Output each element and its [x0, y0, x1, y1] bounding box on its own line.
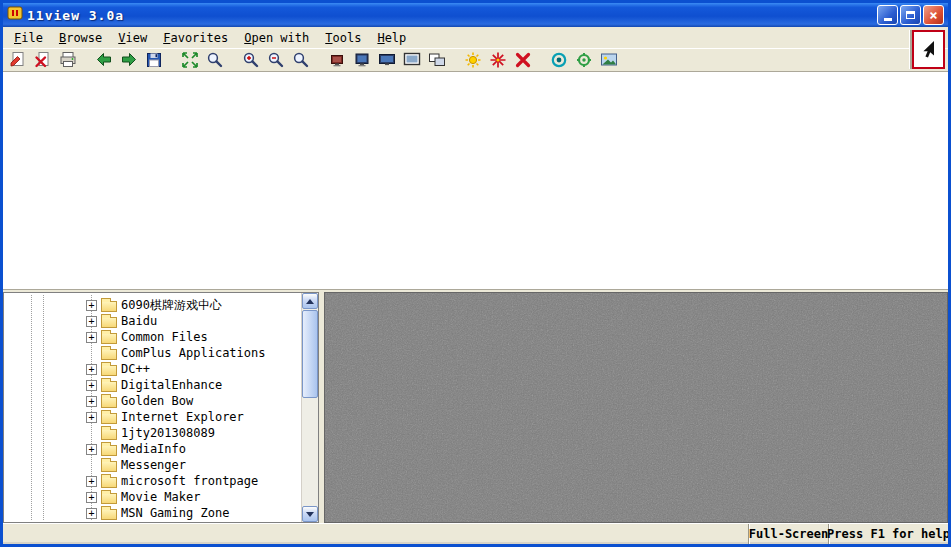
monitor-wide-icon — [378, 51, 396, 69]
expand-icon[interactable]: + — [86, 332, 97, 343]
menu-item-tools[interactable]: Tools — [317, 29, 369, 47]
folder-icon — [101, 317, 117, 328]
menu-item-favorites[interactable]: Favorites — [155, 29, 236, 47]
zoom-out-button[interactable] — [264, 49, 288, 71]
zoom-in-button[interactable] — [239, 49, 263, 71]
slideshow-icon — [403, 51, 421, 69]
monitor-wide-button[interactable] — [375, 49, 399, 71]
tree-item[interactable]: +6090棋牌游戏中心 — [4, 297, 301, 313]
image-viewport[interactable] — [3, 72, 948, 290]
scroll-up-button[interactable] — [302, 293, 318, 309]
print-icon — [59, 51, 77, 69]
folder-icon — [101, 365, 117, 376]
scroll-down-button[interactable] — [302, 506, 318, 522]
tree-item[interactable]: ComPlus Applications — [4, 345, 301, 361]
tree-item[interactable]: +Baidu — [4, 313, 301, 329]
folder-icon — [101, 301, 117, 312]
bottom-panes: +6090棋牌游戏中心 +Baidu +Common Files ComPlus… — [3, 290, 948, 523]
expand-icon[interactable]: + — [86, 380, 97, 391]
forward-icon — [120, 51, 138, 69]
menu-item-help[interactable]: Help — [369, 29, 414, 47]
close-button[interactable]: × — [923, 5, 944, 25]
arrow-up-icon — [306, 299, 314, 304]
tree-item[interactable]: Messenger — [4, 457, 301, 473]
tree-item[interactable]: +DigitalEnhance — [4, 377, 301, 393]
minimize-button[interactable] — [877, 5, 898, 25]
edit-button[interactable] — [6, 49, 30, 71]
menu-item-browse[interactable]: Browse — [51, 29, 110, 47]
expand-icon[interactable]: + — [86, 316, 97, 327]
expand-icon[interactable]: + — [86, 444, 97, 455]
titlebar[interactable]: 11view 3.0a × — [3, 3, 948, 27]
brightness-icon — [464, 51, 482, 69]
zoom-button[interactable] — [289, 49, 313, 71]
expand-icon[interactable]: + — [86, 396, 97, 407]
tree-item[interactable]: 1jty201308089 — [4, 425, 301, 441]
tree-item[interactable]: +microsoft frontpage — [4, 473, 301, 489]
menubar: File Browse View Favorites Open with Too… — [3, 27, 948, 48]
save-button[interactable] — [142, 49, 166, 71]
scrollbar-thumb[interactable] — [302, 310, 318, 398]
folder-icon — [101, 413, 117, 424]
effects-icon — [575, 51, 593, 69]
pointer-tool-button[interactable] — [912, 30, 945, 69]
status-message-area — [3, 524, 748, 544]
find-button[interactable] — [203, 49, 227, 71]
tree-item-label: Internet Explorer — [121, 410, 244, 424]
expand-icon[interactable]: + — [86, 300, 97, 311]
color-wheel-button[interactable] — [547, 49, 571, 71]
monitor-icon — [353, 51, 371, 69]
back-button[interactable] — [92, 49, 116, 71]
folder-icon — [101, 333, 117, 344]
thumbnail-panel[interactable] — [324, 292, 948, 523]
expand-icon[interactable]: + — [86, 476, 97, 487]
thumbnails-button[interactable] — [597, 49, 621, 71]
stop-button[interactable] — [511, 49, 535, 71]
tree-item[interactable]: +Internet Explorer — [4, 409, 301, 425]
expand-icon[interactable]: + — [86, 492, 97, 503]
arrow-down-icon — [306, 512, 314, 517]
tree-item-label: Messenger — [121, 458, 186, 472]
tree-scrollbar[interactable] — [301, 293, 318, 522]
tree-item-label: Baidu — [121, 314, 157, 328]
menu-item-view[interactable]: View — [110, 29, 155, 47]
expand-icon[interactable]: + — [86, 412, 97, 423]
app-window: 11view 3.0a × File Browse View Favorites… — [0, 0, 951, 547]
dual-monitor-button[interactable] — [425, 49, 449, 71]
tree-item[interactable]: +Common Files — [4, 329, 301, 345]
tree-item[interactable]: +MediaInfo — [4, 441, 301, 457]
tree-item-label: MSN Gaming Zone — [121, 506, 229, 520]
static-noise-texture — [325, 293, 947, 522]
tree-item-label: 1jty201308089 — [121, 426, 215, 440]
expand-icon[interactable]: + — [86, 364, 97, 375]
zoom-icon — [292, 51, 310, 69]
tree-item[interactable]: +Golden Bow — [4, 393, 301, 409]
maximize-icon — [906, 11, 915, 19]
save-icon — [145, 51, 163, 69]
status-fullscreen: Full-Screen — [748, 524, 828, 544]
fit-window-button[interactable] — [178, 49, 202, 71]
monitor-button[interactable] — [350, 49, 374, 71]
brightness-button[interactable] — [461, 49, 485, 71]
minimize-icon — [884, 18, 892, 21]
menu-item-open-with[interactable]: Open with — [236, 29, 317, 47]
slideshow-button[interactable] — [400, 49, 424, 71]
delete-button[interactable] — [31, 49, 55, 71]
tree-item[interactable]: +DC++ — [4, 361, 301, 377]
pointer-arrow-icon — [920, 40, 937, 60]
monitor-small-button[interactable] — [325, 49, 349, 71]
menu-item-file[interactable]: File — [6, 29, 51, 47]
expand-icon[interactable]: + — [86, 508, 97, 519]
close-icon: × — [929, 8, 937, 22]
print-button[interactable] — [56, 49, 80, 71]
window-title: 11view 3.0a — [27, 8, 124, 23]
color-wheel-icon — [550, 51, 568, 69]
maximize-button[interactable] — [900, 5, 921, 25]
tree-item[interactable]: +Movie Maker — [4, 489, 301, 505]
stop-icon — [514, 51, 532, 69]
folder-icon — [101, 493, 117, 504]
effects-button[interactable] — [572, 49, 596, 71]
sharpen-button[interactable] — [486, 49, 510, 71]
forward-button[interactable] — [117, 49, 141, 71]
tree-item[interactable]: +MSN Gaming Zone — [4, 505, 301, 521]
